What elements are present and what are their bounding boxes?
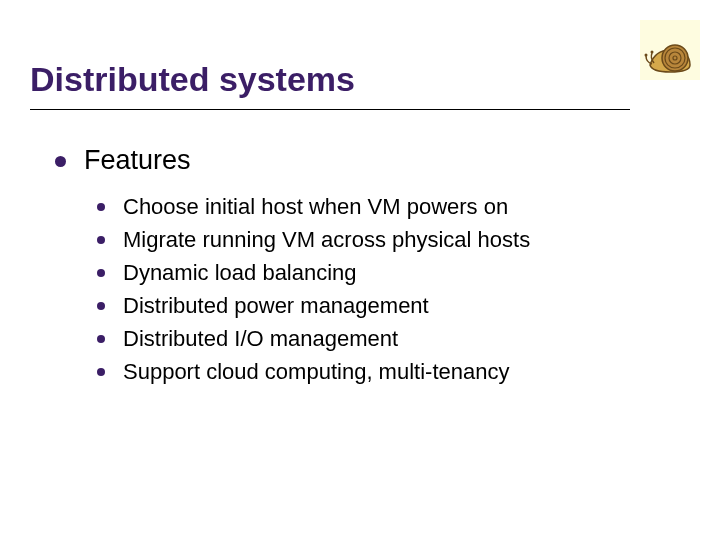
list-item: Dynamic load balancing — [97, 260, 680, 286]
svg-point-2 — [645, 54, 648, 57]
list-item-text: Distributed power management — [123, 293, 429, 319]
bullet-icon — [55, 156, 66, 167]
list-item-text: Support cloud computing, multi-tenancy — [123, 359, 509, 385]
snail-logo-icon — [640, 20, 700, 80]
list-item: Choose initial host when VM powers on — [97, 194, 680, 220]
list-item: Distributed power management — [97, 293, 680, 319]
bullet-icon — [97, 368, 105, 376]
list-item-text: Migrate running VM across physical hosts — [123, 227, 530, 253]
list-item: Distributed I/O management — [97, 326, 680, 352]
title-area: Distributed systems — [30, 60, 630, 110]
feature-list: Choose initial host when VM powers on Mi… — [97, 194, 680, 385]
list-item-text: Distributed I/O management — [123, 326, 398, 352]
list-item-text: Choose initial host when VM powers on — [123, 194, 508, 220]
bullet-icon — [97, 269, 105, 277]
bullet-icon — [97, 203, 105, 211]
content-area: Features Choose initial host when VM pow… — [55, 145, 680, 392]
slide-title: Distributed systems — [30, 60, 630, 99]
svg-point-1 — [662, 45, 688, 71]
list-item: Support cloud computing, multi-tenancy — [97, 359, 680, 385]
bullet-icon — [97, 335, 105, 343]
svg-point-3 — [651, 51, 654, 54]
bullet-icon — [97, 302, 105, 310]
list-item: Migrate running VM across physical hosts — [97, 227, 680, 253]
list-item-text: Dynamic load balancing — [123, 260, 357, 286]
bullet-icon — [97, 236, 105, 244]
heading-text: Features — [84, 145, 191, 176]
heading-item: Features — [55, 145, 680, 176]
